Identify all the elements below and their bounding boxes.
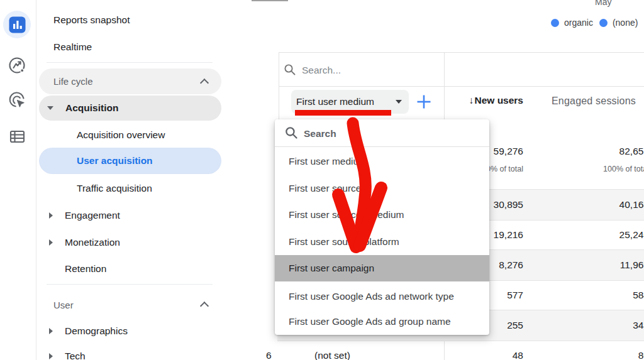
table-row: 6 (not set) 48 86 (277, 341, 644, 360)
library-table-icon (8, 128, 26, 146)
advertising-target-icon (8, 90, 26, 109)
cell-new-users: 19,216 (494, 220, 523, 250)
nav-label: Demographics (65, 325, 128, 337)
totals-new-users: 59,276 (494, 146, 523, 157)
add-comparison-button[interactable] (415, 93, 433, 111)
nav-label: Acquisition (65, 102, 118, 114)
search-icon (284, 63, 296, 76)
nav-label: Realtime (53, 41, 92, 53)
legend-label: organic (564, 18, 593, 28)
chart-legend: organic (none) (551, 18, 638, 28)
cell-engaged-sessions: 584 (633, 280, 644, 310)
dropdown-item-first-user-source-platform[interactable]: First user source platform (275, 229, 489, 255)
cell-new-users: 255 (507, 310, 523, 341)
nav-label: Tech (65, 351, 86, 360)
sort-descending-icon: ↓ (469, 95, 474, 106)
cell-row-number: 6 (266, 341, 272, 360)
nav-divider (47, 284, 213, 285)
cell-new-users: 577 (507, 280, 523, 310)
nav-label: Monetization (65, 237, 120, 248)
nav-item-tech[interactable]: Tech (39, 344, 221, 360)
triangle-right-icon[interactable] (49, 239, 53, 246)
rail-explore-button[interactable] (3, 52, 31, 79)
legend-dot-icon (599, 19, 608, 27)
chart-month-label: May (595, 0, 611, 7)
legend-item-organic: organic (551, 18, 593, 28)
dropdown-item-google-ads-group-name[interactable]: First user Google Ads ad group name (275, 308, 489, 335)
rail-advertising-button[interactable] (3, 86, 31, 114)
dimension-dropdown-chip[interactable]: First user medium (291, 90, 409, 114)
totals-engaged-sessions-sub: 100% of total (603, 165, 644, 173)
plus-icon (415, 93, 433, 111)
column-header-new-users[interactable]: ↓New users (469, 95, 523, 106)
legend-dot-icon (551, 19, 559, 27)
nav-section-life-cycle[interactable]: Life cycle (39, 68, 221, 94)
cell-engaged-sessions: 40,168 (619, 190, 644, 220)
ga4-user-acquisition-screen: { "colors": { "accent_blue": "#1a73e8", … (0, 0, 644, 360)
nav-label: Acquisition overview (77, 129, 165, 141)
cell-engaged-sessions: 86 (638, 341, 644, 360)
totals-engaged-sessions: 82,651 (619, 146, 644, 157)
dimension-chip-label: First user medium (296, 96, 374, 107)
dropdown-divider (275, 146, 489, 147)
search-icon (285, 126, 298, 139)
rail-reports-button[interactable] (3, 11, 31, 38)
triangle-right-icon[interactable] (49, 353, 53, 359)
dropdown-item-first-user-source-medium[interactable]: First user source / medium (275, 202, 489, 228)
cell-engaged-sessions: 25,246 (619, 220, 644, 250)
report-nav: Reports snapshot Realtime Life cycle Acq… (36, 0, 251, 360)
nav-item-reports-snapshot[interactable]: Reports snapshot (39, 8, 221, 33)
section-title: User (53, 300, 74, 310)
nav-section-user[interactable]: User (39, 292, 221, 317)
dropdown-item-first-user-medium[interactable]: First user medium (275, 148, 489, 175)
nav-label: Retention (65, 263, 106, 275)
triangle-down-icon[interactable] (47, 106, 53, 110)
cell-new-users: 48 (513, 341, 523, 360)
chevron-up-icon[interactable] (201, 79, 208, 85)
nav-label: Engagement (65, 210, 120, 221)
cell-dimension: (not set) (314, 341, 350, 360)
nav-item-traffic-acquisition[interactable]: Traffic acquisition (39, 176, 221, 201)
nav-item-monetization[interactable]: Monetization (39, 230, 221, 255)
nav-divider (47, 62, 213, 63)
cell-new-users: 8,276 (499, 250, 523, 280)
legend-label: (none) (613, 18, 638, 28)
dimension-dropdown-menu: First user medium First user source Firs… (275, 119, 489, 335)
nav-item-acquisition[interactable]: Acquisition (39, 95, 221, 121)
explore-compass-icon (8, 56, 26, 75)
nav-item-acquisition-overview[interactable]: Acquisition overview (39, 123, 221, 148)
dropdown-search-input[interactable] (303, 124, 475, 144)
column-header-label: New users (474, 95, 523, 106)
chevron-up-icon[interactable] (201, 302, 208, 308)
dropdown-item-first-user-source[interactable]: First user source (275, 175, 489, 202)
dropdown-item-first-user-campaign[interactable]: First user campaign (275, 255, 489, 281)
nav-item-user-acquisition-selected[interactable]: User acquisition (39, 148, 221, 174)
table-search-input[interactable] (301, 62, 435, 79)
table-left-border (279, 52, 279, 119)
triangle-right-icon[interactable] (49, 328, 53, 334)
rail-library-button[interactable] (3, 123, 31, 150)
nav-item-engagement[interactable]: Engagement (39, 203, 221, 228)
reports-bar-chart-icon (9, 16, 26, 33)
cell-engaged-sessions: 11,965 (620, 250, 644, 280)
legend-item-none: (none) (599, 18, 638, 28)
column-header-engaged-sessions[interactable]: Engaged sessions (552, 95, 636, 107)
triangle-right-icon[interactable] (49, 212, 53, 219)
cell-engaged-sessions: 343 (633, 310, 644, 341)
cell-new-users: 30,895 (494, 190, 523, 220)
nav-item-realtime[interactable]: Realtime (39, 35, 221, 60)
search-row-border (279, 86, 644, 87)
nav-label: User acquisition (77, 155, 153, 166)
nav-label: Traffic acquisition (77, 183, 152, 194)
chevron-down-icon (396, 100, 402, 104)
nav-label: Reports snapshot (53, 14, 130, 26)
nav-item-demographics[interactable]: Demographics (39, 319, 221, 344)
table-top-border (279, 52, 644, 53)
nav-item-retention[interactable]: Retention (39, 256, 221, 281)
clipped-element-edge (252, 0, 288, 1)
dropdown-item-google-ads-network-type[interactable]: First user Google Ads ad network type (275, 283, 489, 310)
section-title: Life cycle (53, 76, 93, 87)
rail-divider (36, 0, 36, 360)
app-rail (0, 0, 36, 360)
